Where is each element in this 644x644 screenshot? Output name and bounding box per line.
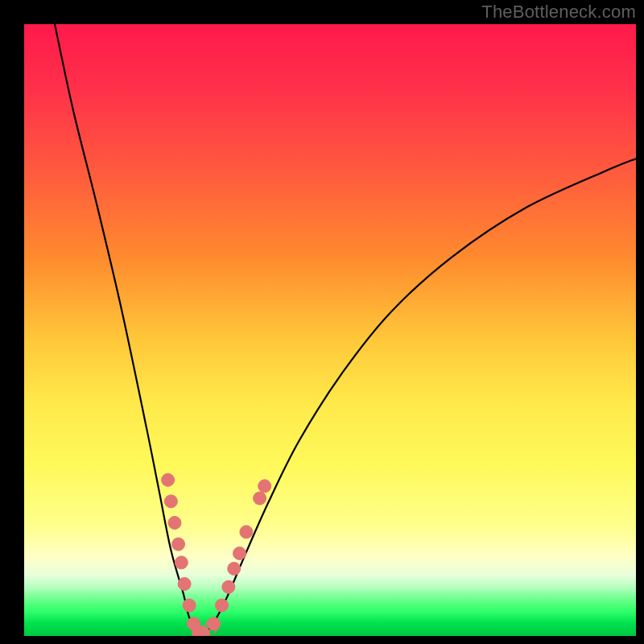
marker-dot	[208, 617, 221, 630]
marker-dot	[164, 495, 177, 508]
marker-dot	[175, 556, 188, 569]
chart-overlay	[24, 24, 636, 636]
chart-frame: TheBottleneck.com	[0, 0, 644, 644]
bottleneck-curve	[55, 24, 636, 634]
marker-dot	[233, 547, 246, 559]
marker-dot	[178, 577, 191, 590]
marker-dot	[222, 580, 235, 593]
marker-dot	[183, 599, 196, 612]
marker-dot	[254, 492, 266, 505]
plot-area	[24, 24, 636, 636]
marker-dot	[240, 526, 253, 539]
marker-dot	[172, 538, 185, 551]
marker-dot	[258, 480, 271, 493]
watermark-text: TheBottleneck.com	[481, 2, 636, 23]
marker-dot	[162, 473, 175, 486]
marker-dot	[228, 562, 241, 575]
marker-dot	[192, 626, 205, 636]
marker-dot	[168, 516, 181, 529]
marker-dot	[215, 599, 228, 612]
marker-group	[162, 473, 271, 636]
